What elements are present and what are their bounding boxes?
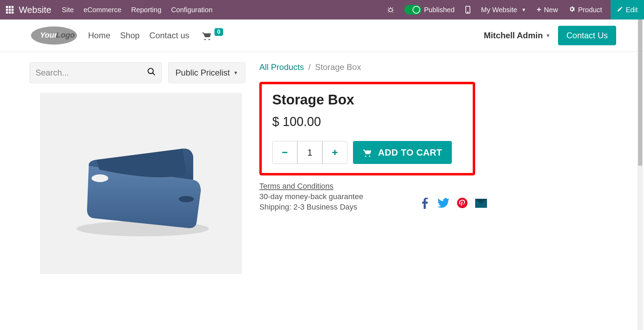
product-image [40, 93, 242, 274]
page-content: Public Pricelist ▼ [0, 52, 644, 274]
caret-down-icon: ▼ [521, 7, 526, 13]
twitter-icon[interactable] [438, 198, 449, 212]
breadcrumb-current: Storage Box [315, 62, 361, 72]
svg-point-9 [179, 196, 194, 202]
published-label: Published [424, 6, 455, 14]
mobile-preview-icon[interactable] [463, 6, 473, 14]
search-input[interactable] [36, 68, 147, 78]
check-icon: ✔ [415, 7, 419, 12]
site-header: Your Logo Home Shop Contact us 0 Mitchel… [0, 19, 644, 52]
cart-icon [363, 148, 372, 157]
mywebsite-dropdown[interactable]: My Website▼ [479, 6, 528, 14]
app-title[interactable]: Website [19, 5, 51, 15]
bug-icon[interactable] [385, 6, 396, 13]
caret-down-icon: ▼ [545, 33, 550, 38]
site-nav: Home Shop Contact us [88, 31, 189, 40]
contact-us-button[interactable]: Contact Us [558, 26, 616, 45]
qty-decrease-button[interactable] [272, 141, 297, 164]
product-detail-highlight: Storage Box $ 100.00 1 ADD TO CART [259, 82, 475, 175]
svg-point-8 [92, 174, 108, 182]
user-menu[interactable]: Mitchell Admin ▼ [484, 31, 551, 40]
nav-shop[interactable]: Shop [120, 31, 140, 40]
search-box[interactable] [30, 62, 162, 83]
cart-icon [202, 31, 212, 40]
add-to-cart-button[interactable]: ADD TO CART [353, 141, 452, 164]
nav-home[interactable]: Home [88, 31, 110, 40]
facebook-icon[interactable] [420, 198, 430, 212]
svg-point-6 [148, 68, 153, 73]
qty-value[interactable]: 1 [297, 141, 322, 164]
nav-contact[interactable]: Contact us [149, 31, 189, 40]
svg-point-0 [389, 8, 392, 12]
terms-link-row: Terms and Conditions [259, 182, 410, 191]
product-title: Storage Box [272, 92, 462, 108]
product-price: $ 100.00 [272, 115, 462, 129]
scrollbar-thumb[interactable] [638, 19, 642, 166]
svg-text:Your: Your [40, 31, 58, 39]
social-share [420, 198, 489, 212]
quantity-stepper: 1 [272, 141, 347, 164]
terms-and-conditions-link[interactable]: Terms and Conditions [259, 182, 333, 190]
cart-link[interactable]: 0 [202, 31, 223, 40]
breadcrumb-root[interactable]: All Products [259, 62, 304, 72]
new-button[interactable]: +New [535, 5, 560, 14]
apps-menu-icon[interactable] [3, 0, 17, 19]
admin-menu-site[interactable]: Site [62, 6, 73, 14]
svg-point-2 [468, 12, 468, 13]
published-toggle[interactable]: ✔ Published [402, 5, 457, 15]
breadcrumb: All Products / Storage Box [259, 62, 614, 72]
vertical-scrollbar[interactable] [637, 19, 643, 274]
site-logo[interactable]: Your Logo [30, 25, 78, 46]
svg-rect-12 [334, 150, 336, 155]
shipping-text: Shipping: 2-3 Business Days [259, 203, 410, 212]
email-icon[interactable] [475, 198, 487, 212]
gear-icon [568, 6, 575, 14]
pencil-icon [617, 6, 623, 14]
product-button[interactable]: Product [566, 6, 604, 14]
admin-topbar: Website Site eCommerce Reporting Configu… [0, 0, 644, 19]
edit-button[interactable]: Edit [611, 0, 644, 19]
pinterest-icon[interactable] [457, 198, 468, 212]
cart-count-badge: 0 [214, 28, 223, 36]
pricelist-dropdown[interactable]: Public Pricelist ▼ [168, 62, 245, 83]
svg-text:Logo: Logo [56, 31, 75, 39]
admin-menu: Site eCommerce Reporting Configuration [62, 6, 212, 14]
svg-rect-10 [282, 152, 288, 153]
admin-menu-ecommerce[interactable]: eCommerce [84, 6, 121, 14]
search-icon[interactable] [147, 67, 156, 78]
guarantee-text: 30-day money-back guarantee [259, 192, 410, 201]
breadcrumb-separator: / [308, 62, 311, 72]
caret-down-icon: ▼ [233, 70, 238, 76]
admin-menu-reporting[interactable]: Reporting [131, 6, 162, 14]
admin-menu-configuration[interactable]: Configuration [171, 6, 213, 14]
qty-increase-button[interactable] [322, 141, 347, 164]
